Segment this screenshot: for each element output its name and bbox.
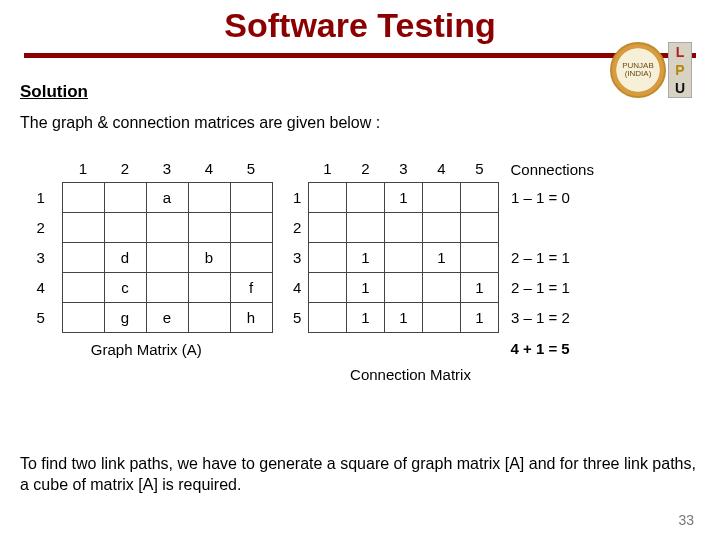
cell: e bbox=[146, 302, 188, 332]
table-row: 2 bbox=[287, 212, 605, 242]
cell bbox=[423, 272, 461, 302]
table-row: 1 a bbox=[20, 182, 272, 212]
col-header: 1 bbox=[309, 156, 347, 182]
row-header: 2 bbox=[287, 212, 309, 242]
cell: 1 bbox=[347, 302, 385, 332]
connection-calc bbox=[499, 212, 605, 242]
col-header: 3 bbox=[385, 156, 423, 182]
cell bbox=[146, 272, 188, 302]
cell bbox=[188, 272, 230, 302]
cell bbox=[146, 212, 188, 242]
row-header: 5 bbox=[287, 302, 309, 332]
cell bbox=[309, 182, 347, 212]
outro-text: To find two link paths, we have to gener… bbox=[20, 453, 700, 496]
seal-icon: PUNJAB (INDIA) bbox=[610, 42, 666, 98]
connection-calc: 1 – 1 = 0 bbox=[499, 182, 605, 212]
cell: 1 bbox=[461, 272, 499, 302]
row-header: 1 bbox=[287, 182, 309, 212]
cell bbox=[230, 212, 272, 242]
cell bbox=[188, 212, 230, 242]
cell bbox=[309, 272, 347, 302]
lpu-letter: L bbox=[676, 44, 685, 60]
lpu-logo: L P U bbox=[668, 42, 692, 98]
connection-calc: 2 – 1 = 1 bbox=[499, 272, 605, 302]
table-row: 5 1 1 1 3 – 1 = 2 bbox=[287, 302, 605, 332]
cell bbox=[146, 242, 188, 272]
row-header: 1 bbox=[20, 182, 62, 212]
cell bbox=[188, 182, 230, 212]
seal-text: PUNJAB (INDIA) bbox=[612, 62, 664, 78]
cell: d bbox=[104, 242, 146, 272]
cell: h bbox=[230, 302, 272, 332]
cell bbox=[385, 272, 423, 302]
cell bbox=[62, 302, 104, 332]
col-header: 1 bbox=[62, 156, 104, 182]
cell bbox=[62, 182, 104, 212]
cell: 1 bbox=[347, 242, 385, 272]
table-row: 4 c f bbox=[20, 272, 272, 302]
cell: 1 bbox=[423, 242, 461, 272]
row-header: 2 bbox=[20, 212, 62, 242]
page-title: Software Testing bbox=[0, 0, 720, 45]
cell bbox=[461, 212, 499, 242]
cell bbox=[188, 302, 230, 332]
graph-matrix: 1 2 3 4 5 1 a 2 bbox=[20, 156, 273, 358]
cell bbox=[347, 212, 385, 242]
sum-row: 4 + 1 = 5 bbox=[287, 332, 605, 358]
cell bbox=[347, 182, 385, 212]
lpu-letter: P bbox=[675, 62, 684, 78]
logo-area: PUNJAB (INDIA) L P U bbox=[610, 42, 692, 98]
cell bbox=[461, 242, 499, 272]
cell bbox=[309, 242, 347, 272]
col-header: 4 bbox=[188, 156, 230, 182]
cell: g bbox=[104, 302, 146, 332]
row-header: 4 bbox=[287, 272, 309, 302]
graph-matrix-caption: Graph Matrix (A) bbox=[20, 341, 273, 358]
table-row: 1 2 3 4 5 Connections bbox=[287, 156, 605, 182]
row-header: 4 bbox=[20, 272, 62, 302]
cell: 1 bbox=[385, 302, 423, 332]
table-row: 5 g e h bbox=[20, 302, 272, 332]
section-heading: Solution bbox=[20, 82, 700, 102]
connection-calc: 3 – 1 = 2 bbox=[499, 302, 605, 332]
page-number: 33 bbox=[678, 512, 694, 528]
cell bbox=[104, 212, 146, 242]
cell: 1 bbox=[461, 302, 499, 332]
graph-matrix-table: 1 2 3 4 5 1 a 2 bbox=[20, 156, 273, 333]
connection-calc: 2 – 1 = 1 bbox=[499, 242, 605, 272]
cell bbox=[385, 242, 423, 272]
cell bbox=[309, 302, 347, 332]
cell bbox=[309, 212, 347, 242]
cell bbox=[62, 272, 104, 302]
col-header: 2 bbox=[104, 156, 146, 182]
table-row: 4 1 1 2 – 1 = 1 bbox=[287, 272, 605, 302]
col-header: 5 bbox=[461, 156, 499, 182]
cell bbox=[230, 182, 272, 212]
cell bbox=[385, 212, 423, 242]
cell bbox=[423, 212, 461, 242]
matrices-row: 1 2 3 4 5 1 a 2 bbox=[20, 156, 700, 383]
cell bbox=[230, 242, 272, 272]
col-header: 5 bbox=[230, 156, 272, 182]
connection-matrix-table: 1 2 3 4 5 Connections 1 1 1 – bbox=[287, 156, 605, 358]
table-row: 1 2 3 4 5 bbox=[20, 156, 272, 182]
row-header: 3 bbox=[287, 242, 309, 272]
cell: b bbox=[188, 242, 230, 272]
table-row: 3 d b bbox=[20, 242, 272, 272]
cell bbox=[62, 212, 104, 242]
connection-matrix: 1 2 3 4 5 Connections 1 1 1 – bbox=[287, 156, 605, 383]
cell bbox=[62, 242, 104, 272]
col-header: 4 bbox=[423, 156, 461, 182]
corner-cell bbox=[20, 156, 62, 182]
col-header: 2 bbox=[347, 156, 385, 182]
lpu-letter: U bbox=[675, 80, 685, 96]
cell: 1 bbox=[347, 272, 385, 302]
cell: f bbox=[230, 272, 272, 302]
connections-header: Connections bbox=[499, 156, 605, 182]
cell bbox=[461, 182, 499, 212]
cell: c bbox=[104, 272, 146, 302]
intro-text: The graph & connection matrices are give… bbox=[20, 114, 700, 132]
cell bbox=[423, 182, 461, 212]
cell: 1 bbox=[385, 182, 423, 212]
col-header: 3 bbox=[146, 156, 188, 182]
